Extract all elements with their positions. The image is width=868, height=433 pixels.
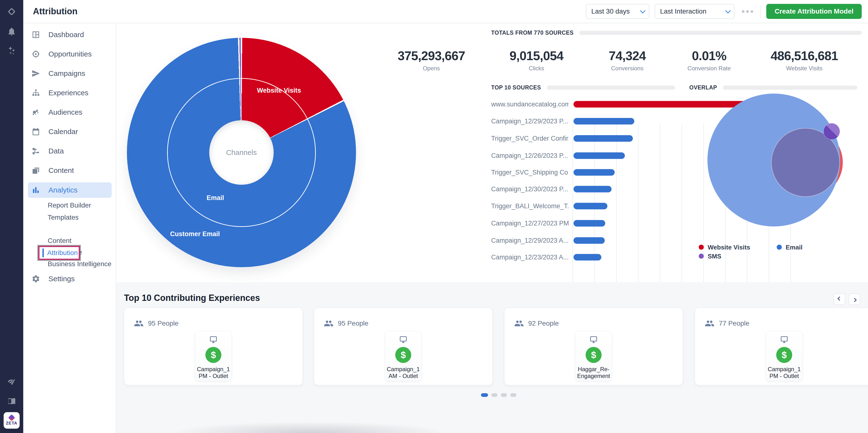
people-count: 77 People <box>705 319 749 328</box>
chevron-left-icon <box>837 296 842 300</box>
chevron-down-icon <box>640 8 646 13</box>
source-link[interactable]: Campaign_12/23/2023 A... <box>491 254 569 261</box>
source-bar[interactable] <box>574 169 615 176</box>
experience-card[interactable]: 95 People $ Campaign_1 AM - Outlet <box>314 308 493 385</box>
overlap-header-bar <box>723 86 857 90</box>
sources-header-bar <box>547 86 675 90</box>
experience-card[interactable]: 92 People $ Haggar_Re- Engagement <box>504 308 683 385</box>
pagination-dot[interactable] <box>510 393 516 397</box>
experience-node[interactable]: $ Campaign_1 AM - Outlet <box>385 331 422 381</box>
notifications-bell-icon[interactable] <box>0 27 23 36</box>
source-bar[interactable] <box>574 135 633 142</box>
legend-label-website-visits: Website Visits <box>708 244 750 251</box>
experience-campaign-label: Haggar_Re- Engagement <box>577 366 611 379</box>
stat-conversions: 74,324Conversions <box>609 49 646 72</box>
pagination-dot[interactable] <box>491 393 497 397</box>
sidebar-item-audiences[interactable]: Audiences <box>23 103 116 122</box>
overlap-venn-chart[interactable] <box>702 92 852 233</box>
sidebar-item-label: Data <box>49 147 64 155</box>
audiences-dots-icon <box>31 108 40 117</box>
sidebar-subitem-report-builder[interactable]: Report Builder <box>48 199 116 211</box>
legend-label-email: Email <box>786 244 802 251</box>
sidebar-subitem-content[interactable]: Content <box>48 235 116 247</box>
ai-sparkles-icon[interactable] <box>0 46 23 55</box>
experience-campaign-label: Campaign_1 PM - Outlet <box>767 366 801 379</box>
conversion-dollar-icon: $ <box>395 347 411 363</box>
source-link[interactable]: Campaign_12/29/2023 P... <box>491 118 569 125</box>
pagination-dot[interactable] <box>501 393 507 397</box>
data-flow-icon <box>31 147 40 155</box>
date-range-select[interactable]: Last 30 days <box>586 4 649 19</box>
zeta-workspace-logo[interactable]: ZETA <box>4 412 20 429</box>
source-link[interactable]: Trigger_SVC_Shipping Co... <box>491 169 569 176</box>
experience-campaign-label: Campaign_1 AM - Outlet <box>386 366 420 379</box>
experiences-tree-icon <box>31 88 40 97</box>
venn-sms-circle <box>824 123 840 140</box>
experience-node[interactable]: $ Campaign_1 PM - Outlet <box>766 331 803 381</box>
zeta-wordmark: ZETA <box>6 421 17 426</box>
analytics-bars-icon <box>31 186 40 195</box>
sources-section-header: TOP 10 SOURCES <box>491 84 675 91</box>
page-title: Attribution <box>33 6 78 17</box>
people-icon <box>134 319 144 328</box>
sidebar-item-analytics[interactable]: Analytics <box>28 182 112 198</box>
source-bar[interactable] <box>574 203 608 209</box>
source-link[interactable]: Trigger_SVC_Order Confir... <box>491 135 569 142</box>
conversion-dollar-icon: $ <box>586 347 601 363</box>
more-options-button[interactable] <box>740 10 755 13</box>
source-link[interactable]: www.sundancecatalog.com <box>491 100 569 108</box>
carousel-next-button[interactable] <box>848 293 860 305</box>
people-count: 95 People <box>324 319 368 328</box>
channels-sunburst-chart[interactable]: Channels Website Visits Email Customer E… <box>127 38 356 267</box>
pagination-dot-active[interactable] <box>481 393 488 397</box>
zeta-logo-icon[interactable] <box>0 7 23 17</box>
monitor-icon <box>398 335 408 344</box>
carousel-prev-button[interactable] <box>834 293 845 305</box>
source-link[interactable]: Campaign_12/26/2023 P... <box>491 152 569 160</box>
source-bar[interactable] <box>574 186 612 193</box>
monitor-icon <box>779 335 789 344</box>
source-bar[interactable] <box>574 254 601 261</box>
sidebar-item-opportunities[interactable]: Opportunities <box>23 45 116 64</box>
create-attribution-model-button[interactable]: Create Attribution Model <box>766 4 862 19</box>
sources-heading: TOP 10 SOURCES <box>491 84 541 91</box>
sidebar-subitem-attribution[interactable]: Attribution <box>47 249 78 257</box>
sidebar-subitem-attribution-highlight[interactable]: Attribution <box>38 246 80 260</box>
sidebar-item-label: Dashboard <box>49 31 84 39</box>
source-link[interactable]: Campaign_12/27/2023 PM... <box>491 220 569 227</box>
docs-book-icon[interactable] <box>0 396 23 406</box>
source-bar[interactable] <box>574 237 605 244</box>
people-count: 92 People <box>514 319 559 328</box>
people-count-label: 95 People <box>148 320 179 327</box>
sidebar-item-content[interactable]: Content <box>23 161 116 180</box>
experience-card[interactable]: 95 People $ Campaign_1 PM - Outlet <box>124 308 303 385</box>
experience-node[interactable]: $ Campaign_1 PM - Outlet <box>195 331 232 381</box>
carousel-pagination <box>481 393 516 397</box>
top-header: Attribution Last 30 days Last Interactio… <box>23 0 868 23</box>
sidebar-item-dashboard[interactable]: Dashboard <box>23 25 116 45</box>
people-count-label: 95 People <box>338 320 368 327</box>
sidebar-subitem-templates[interactable]: Templates <box>48 211 116 224</box>
source-link[interactable]: Campaign_12/30/2023 P... <box>491 185 569 193</box>
source-bar[interactable] <box>574 152 625 159</box>
source-link[interactable]: Trigger_BALI_Welcome_T... <box>491 202 569 210</box>
chevron-right-icon <box>852 298 857 302</box>
sidebar-item-experiences[interactable]: Experiences <box>23 83 116 103</box>
sidebar-item-data[interactable]: Data <box>23 141 116 161</box>
experience-card[interactable]: 77 People $ Campaign_1 PM - Outlet <box>695 308 868 385</box>
status-signal-icon[interactable] <box>0 377 23 387</box>
chevron-down-icon <box>725 8 731 13</box>
experience-node[interactable]: $ Haggar_Re- Engagement <box>575 331 612 381</box>
dashboard-icon <box>31 30 40 39</box>
source-link[interactable]: Campaign_12/29/2023 A... <box>491 237 569 244</box>
sidebar-item-label: Opportunities <box>49 50 92 58</box>
people-count-label: 92 People <box>528 320 559 327</box>
donut-center: Channels <box>209 120 274 185</box>
sidebar-item-calendar[interactable]: Calendar <box>23 122 116 141</box>
legend-dot-website-visits <box>699 244 704 250</box>
sidebar-item-campaigns[interactable]: Campaigns <box>23 64 116 83</box>
source-bar[interactable] <box>574 118 634 125</box>
attribution-model-select[interactable]: Last Interaction <box>655 4 735 19</box>
source-bar[interactable] <box>574 220 605 227</box>
sidebar-item-settings[interactable]: Settings <box>23 269 116 289</box>
